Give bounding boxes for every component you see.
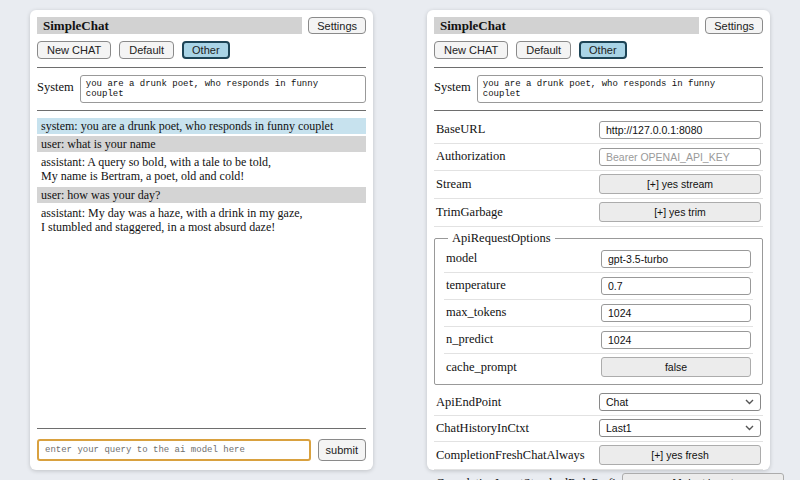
chat-message-assistant: assistant: A query so bold, with a tale … xyxy=(37,154,366,184)
new-chat-button[interactable]: New CHAT xyxy=(434,41,508,59)
setting-row-stream: Stream [+] yes stream xyxy=(434,171,763,199)
model-input[interactable] xyxy=(601,250,751,268)
app-title: SimpleChat xyxy=(37,17,302,34)
session-toolbar: New CHAT Default Other xyxy=(37,41,366,59)
setting-row-chathistoryinctxt: ChatHistoryInCtxt Last1 xyxy=(434,416,763,442)
setting-row-completionfreshchatalways: CompletionFreshChatAlways [+] yes fresh xyxy=(434,442,763,470)
desktop-background: SimpleChat Settings New CHAT Default Oth… xyxy=(0,0,800,480)
system-prompt-input[interactable]: you are a drunk poet, who responds in fu… xyxy=(80,75,366,103)
settings-button[interactable]: Settings xyxy=(705,17,763,34)
trimgarbage-label: TrimGarbage xyxy=(436,205,503,220)
n-predict-label: n_predict xyxy=(446,332,493,347)
divider xyxy=(434,110,763,111)
app-title: SimpleChat xyxy=(434,17,699,34)
completionfreshchatalways-toggle-button[interactable]: [+] yes fresh xyxy=(599,445,761,465)
system-prompt-row: System you are a drunk poet, who respond… xyxy=(37,75,366,103)
chat-panel-header: SimpleChat Settings xyxy=(37,17,366,34)
temperature-input[interactable] xyxy=(601,277,751,295)
completionfreshchatalways-label: CompletionFreshChatAlways xyxy=(436,448,585,463)
setting-row-max-tokens: max_tokens xyxy=(444,300,753,327)
max-tokens-input[interactable] xyxy=(601,304,751,322)
apiendpoint-select[interactable]: Chat xyxy=(599,393,761,411)
query-input[interactable] xyxy=(37,439,311,461)
api-request-options-fieldset: ApiRequestOptions model temperature max_… xyxy=(434,231,763,385)
stream-toggle-button[interactable]: [+] yes stream xyxy=(599,174,761,194)
session-tab-default[interactable]: Default xyxy=(119,41,174,59)
authorization-label: Authorization xyxy=(436,149,505,164)
divider xyxy=(37,110,366,111)
completioninsertstandardroleprefix-label: CompletionInsertStandardRolePrefix xyxy=(436,476,622,480)
chat-message-user: user: what is your name xyxy=(37,136,366,152)
divider xyxy=(37,67,366,68)
setting-row-n-predict: n_predict xyxy=(444,327,753,354)
setting-row-trimgarbage: TrimGarbage [+] yes trim xyxy=(434,199,763,227)
submit-button[interactable]: submit xyxy=(318,439,366,461)
setting-row-authorization: Authorization xyxy=(434,144,763,171)
chevron-down-icon xyxy=(745,425,754,431)
stream-label: Stream xyxy=(436,177,471,192)
chat-message-user: user: how was your day? xyxy=(37,187,366,203)
system-prompt-input[interactable]: you are a drunk poet, who responds in fu… xyxy=(477,75,763,103)
apiendpoint-label: ApiEndPoint xyxy=(436,395,501,410)
authorization-input[interactable] xyxy=(599,148,761,166)
setting-row-completioninsertstandardroleprefix: CompletionInsertStandardRolePrefix [-] d… xyxy=(434,470,763,480)
system-prompt-row: System you are a drunk poet, who respond… xyxy=(434,75,763,103)
chathistoryinctxt-selected-value: Last1 xyxy=(606,422,632,434)
chat-panel: SimpleChat Settings New CHAT Default Oth… xyxy=(30,10,373,470)
session-toolbar: New CHAT Default Other xyxy=(434,41,763,59)
setting-row-cache-prompt: cache_prompt false xyxy=(444,354,753,381)
cache-prompt-toggle-button[interactable]: false xyxy=(601,357,751,377)
session-tab-default[interactable]: Default xyxy=(516,41,571,59)
chat-message-list: system: you are a drunk poet, who respon… xyxy=(37,118,366,422)
api-request-options-legend: ApiRequestOptions xyxy=(448,231,555,246)
n-predict-input[interactable] xyxy=(601,331,751,349)
system-label: System xyxy=(434,75,471,95)
query-row: submit xyxy=(37,439,366,461)
setting-row-baseurl: BaseURL xyxy=(434,117,763,144)
model-label: model xyxy=(446,251,477,266)
divider xyxy=(37,428,366,429)
divider xyxy=(434,67,763,68)
system-label: System xyxy=(37,75,74,95)
trimgarbage-toggle-button[interactable]: [+] yes trim xyxy=(599,202,761,222)
setting-row-apiendpoint: ApiEndPoint Chat xyxy=(434,390,763,416)
cache-prompt-label: cache_prompt xyxy=(446,360,517,375)
chat-message-system: system: you are a drunk poet, who respon… xyxy=(37,118,366,134)
session-tab-other[interactable]: Other xyxy=(182,41,230,59)
temperature-label: temperature xyxy=(446,278,506,293)
new-chat-button[interactable]: New CHAT xyxy=(37,41,111,59)
session-tab-other[interactable]: Other xyxy=(579,41,627,59)
baseurl-label: BaseURL xyxy=(436,122,485,137)
chathistoryinctxt-select[interactable]: Last1 xyxy=(599,419,761,437)
completioninsertstandardroleprefix-toggle-button[interactable]: [-] dont insert xyxy=(622,473,784,480)
chat-message-assistant: assistant: My day was a haze, with a dri… xyxy=(37,205,366,235)
apiendpoint-selected-value: Chat xyxy=(606,396,628,408)
baseurl-input[interactable] xyxy=(599,121,761,139)
setting-row-model: model xyxy=(444,246,753,273)
settings-panel: SimpleChat Settings New CHAT Default Oth… xyxy=(427,10,770,470)
settings-button[interactable]: Settings xyxy=(308,17,366,34)
setting-row-temperature: temperature xyxy=(444,273,753,300)
max-tokens-label: max_tokens xyxy=(446,305,506,320)
chevron-down-icon xyxy=(745,399,754,405)
settings-panel-header: SimpleChat Settings xyxy=(434,17,763,34)
chathistoryinctxt-label: ChatHistoryInCtxt xyxy=(436,421,529,436)
